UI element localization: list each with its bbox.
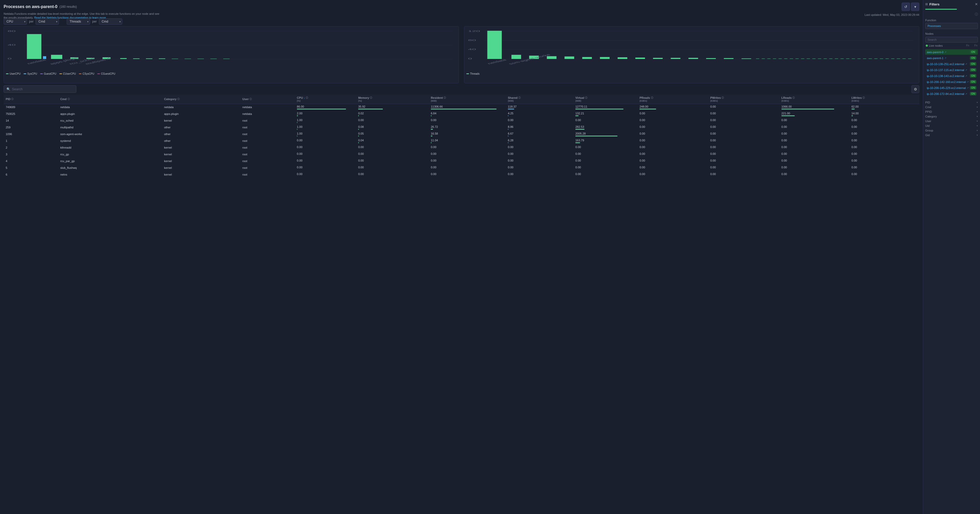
table-row[interactable]: 3rcu_gpkernelroot0.000.000.000.000.000.0… [4, 151, 919, 158]
virtual-info-icon[interactable]: ⓘ [585, 96, 587, 100]
column-filter-chevron-icon: ▾ [977, 106, 978, 108]
table-row[interactable]: 14rcu_schedkernelroot1.000.000.000.000.0… [4, 117, 919, 124]
column-filter-item[interactable]: Gid▾ [925, 133, 978, 138]
node-status-badge: ON [970, 92, 976, 95]
node-item[interactable]: ip-10-200-142-160.ec2.internal ↗ ON [925, 79, 978, 84]
column-filter-chevron-icon: ▾ [977, 115, 978, 118]
svg-rect-13 [133, 58, 140, 59]
cpu-select-wrapper[interactable]: CPU ▾ [4, 18, 27, 25]
pid-info-icon[interactable]: ⓘ [11, 97, 13, 101]
table-row[interactable]: 4rcu_par_gpkernelroot0.000.000.000.000.0… [4, 158, 919, 164]
node-name: ip-10-200-142-160.ec2.internal ↗ [927, 80, 969, 84]
svg-text:80: 80 [8, 30, 16, 32]
shared-info-icon[interactable]: ⓘ [518, 96, 520, 100]
column-filter-item[interactable]: Cmd▾ [925, 105, 978, 109]
column-filter-label: PID [925, 101, 930, 104]
svg-text:40: 40 [8, 43, 16, 46]
search-input[interactable] [12, 87, 73, 91]
node-status-badge: ON [970, 86, 976, 89]
table-row[interactable]: 1096ssm-agent-workeotherroot1.000.0516.5… [4, 131, 919, 138]
fn-header: Fn [966, 44, 969, 48]
table-row[interactable]: 6netnskernelroot0.000.000.000.000.000.00… [4, 171, 919, 178]
nodes-search-input[interactable] [925, 37, 978, 43]
th-pid[interactable]: PID ⓘ [4, 95, 58, 104]
node-item[interactable]: aws-parent-1 ↗ ON [925, 55, 978, 61]
svg-text:120: 120 [468, 30, 480, 32]
cpu-select[interactable]: CPU [4, 18, 27, 25]
threads-select-wrapper[interactable]: Threads ▾ [67, 18, 90, 25]
column-filter-label: Cmd [925, 106, 931, 109]
th-lreads[interactable]: LReads ⓘ (KiB/s) [780, 95, 850, 104]
column-filter-item[interactable]: PPID▾ [925, 109, 978, 114]
table-row[interactable]: 2kthreaddkernelroot0.000.000.000.000.000… [4, 144, 919, 151]
user-info-icon[interactable]: ⓘ [250, 97, 252, 101]
resident-info-icon[interactable]: ⓘ [444, 96, 446, 100]
table-row[interactable]: 749689netdatanetdatanetdata86.0035.92113… [4, 104, 919, 111]
column-filter-item[interactable]: PID▾ [925, 100, 978, 105]
cpu-per-select-wrapper[interactable]: Cmd ▾ [35, 18, 59, 25]
svg-rect-44 [689, 58, 698, 59]
threads-per-select[interactable]: Cmd [99, 18, 122, 25]
live-indicator-dot [926, 44, 928, 47]
column-filter-item[interactable]: Group▾ [925, 128, 978, 133]
column-filter-chevron-icon: ▾ [977, 124, 978, 127]
th-cmd[interactable]: Cmd ⓘ [58, 95, 162, 104]
table-settings-button[interactable]: ⚙ [912, 85, 919, 93]
node-item[interactable]: ip-10-10-137-115.ec2.internal ↗ ON [925, 67, 978, 73]
svg-rect-6 [27, 34, 41, 59]
column-filter-item[interactable]: Uid▾ [925, 124, 978, 128]
th-category[interactable]: Category ⓘ [162, 95, 240, 104]
th-pwrites[interactable]: PWrites ⓘ (KiB/s) [708, 95, 780, 104]
threads-chart-legend: Threads [466, 72, 917, 75]
dropdown-button[interactable]: ▾ [911, 3, 919, 11]
svg-text:40: 40 [468, 48, 476, 51]
svg-rect-46 [724, 58, 733, 59]
svg-text:80: 80 [468, 39, 476, 41]
cpu-per-select[interactable]: Cmd [35, 18, 59, 25]
memory-info-icon[interactable]: ⓘ [370, 96, 372, 100]
table-row[interactable]: 5slub_flushwqkernelroot0.000.000.000.000… [4, 164, 919, 171]
lreads-info-icon[interactable]: ⓘ [792, 96, 795, 100]
column-filter-item[interactable]: User▾ [925, 119, 978, 124]
table-row[interactable]: 750025apps.pluginapps.pluginnetdata2.000… [4, 111, 919, 117]
cpu-info-icon[interactable]: ⓘ [306, 96, 308, 100]
node-item[interactable]: ip-10-200-172-84.ec2.internal ↗ ON [925, 91, 978, 97]
pwrites-info-icon[interactable]: ⓘ [722, 96, 724, 100]
threads-select[interactable]: Threads [67, 18, 90, 25]
preads-info-icon[interactable]: ⓘ [651, 96, 653, 100]
node-item[interactable]: ip-10-10-130-251.ec2.internal ↗ ON [925, 61, 978, 67]
node-item[interactable]: ip-10-200-145-229.ec2.internal ↗ ON [925, 85, 978, 90]
column-filter-chevron-icon: ▾ [977, 111, 978, 113]
th-shared[interactable]: Shared ⓘ (MiB) [506, 95, 573, 104]
node-name: ip-10-200-172-84.ec2.internal ↗ [927, 92, 967, 95]
nodes-title: Nodes [925, 32, 978, 35]
threads-per-label: per [92, 20, 97, 23]
th-resident[interactable]: Resident ⓘ (MiB) [429, 95, 506, 104]
search-wrapper[interactable]: 🔍 [4, 85, 76, 93]
search-icon: 🔍 [6, 87, 10, 91]
lwrites-info-icon[interactable]: ⓘ [862, 96, 865, 100]
th-preads[interactable]: PReads ⓘ (KiB/s) [637, 95, 708, 104]
svg-rect-16 [172, 59, 178, 59]
table-row[interactable]: 259multipathdotherroot1.000.0826.728.862… [4, 124, 919, 131]
cmd-info-icon[interactable]: ⓘ [67, 97, 70, 101]
th-memory[interactable]: Memory ⓘ (%) [356, 95, 429, 104]
svg-text:netdata: netdata [486, 58, 508, 65]
node-item[interactable]: aws-parent-0 ↗ ON [925, 49, 978, 55]
refresh-button[interactable]: ↺ [902, 3, 910, 11]
close-sidebar-button[interactable]: ✕ [975, 2, 978, 6]
category-info-icon[interactable]: ⓘ [177, 97, 180, 101]
function-value[interactable]: Processes [925, 23, 978, 29]
th-user[interactable]: User ⓘ [240, 95, 295, 104]
sidebar-info-icon[interactable]: ⓘ [975, 12, 978, 17]
column-filter-item[interactable]: Category▾ [925, 114, 978, 119]
th-lwrites[interactable]: LWrites ⓘ (KiB/s) [850, 95, 919, 104]
th-virtual[interactable]: Virtual ⓘ (MiB) [573, 95, 637, 104]
node-item[interactable]: ip-10-10-138-143.ec2.internal ↗ ON [925, 73, 978, 79]
column-filters-section: PID▾Cmd▾PPID▾Category▾User▾Uid▾Group▾Gid… [925, 100, 978, 138]
svg-rect-17 [185, 59, 191, 59]
table-row[interactable]: 1systemdotherroot0.000.0411.046.28163.79… [4, 138, 919, 144]
threads-per-select-wrapper[interactable]: Cmd ▾ [99, 18, 122, 25]
th-cpu[interactable]: CPU ↓ ⓘ (%) [295, 95, 356, 104]
node-status-badge: ON [970, 56, 976, 60]
